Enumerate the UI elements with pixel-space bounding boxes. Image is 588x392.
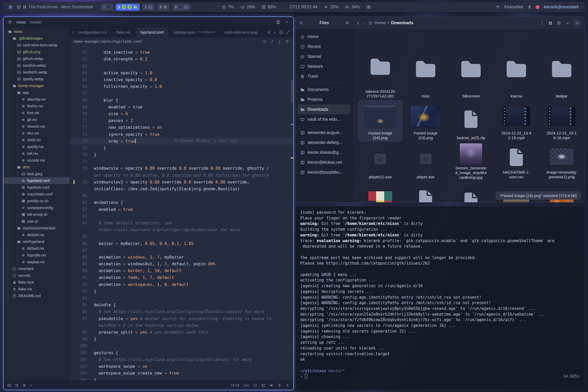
tree-item[interactable]: sunpaperconfig	[4, 204, 70, 211]
terminal-panel-icon[interactable]	[261, 383, 265, 387]
env-label[interactable]: env	[243, 383, 249, 387]
expand-icon[interactable]	[286, 30, 290, 34]
sidebar-item-kieran-purplebu-[interactable]: kieran@purplebu...	[298, 167, 351, 177]
menu-icon[interactable]	[8, 20, 12, 24]
sidebar-item-trash[interactable]: Trash	[298, 71, 351, 81]
file-item[interactable]: HACKATIME-1-user.csv	[494, 142, 539, 181]
search-icon[interactable]	[262, 40, 266, 44]
tree-item[interactable]: flake.lock	[4, 279, 70, 286]
tree-item[interactable]: nixos	[4, 28, 70, 35]
tree-item[interactable]: .github/images	[4, 35, 70, 42]
cursor-position[interactable]: 74:18	[230, 383, 239, 387]
tree-item[interactable]: waybar.nix	[4, 259, 70, 265]
file-item[interactable]: wrapped.png	[358, 181, 403, 203]
tree-item[interactable]: spotify.nix	[4, 143, 70, 150]
back-icon[interactable]: ‹	[357, 20, 359, 26]
tree-item[interactable]: github.webp	[4, 55, 70, 62]
file-item[interactable]: blobjar	[539, 43, 584, 100]
panel-toggle-icon[interactable]	[7, 383, 11, 387]
tree-item[interactable]: JSuser.js	[4, 218, 70, 225]
tree-item[interactable]: obs.nix	[4, 130, 70, 137]
file-item[interactable]: Pasted image(24).png	[358, 100, 403, 142]
mic-icon[interactable]	[278, 383, 281, 387]
assistant-icon[interactable]	[253, 383, 257, 387]
sidebar-item-downloads[interactable]: Downloads	[298, 105, 351, 114]
bluetooth-icon[interactable]	[527, 5, 531, 9]
workspace-3[interactable]: 3?	[142, 4, 155, 11]
file-item[interactable]: player.ase	[403, 142, 448, 181]
tab-configuration.nix[interactable]: configuration.nix	[78, 27, 112, 37]
tree-item[interactable]: foot.nix	[4, 109, 70, 116]
tree-item[interactable]: cool-retro-term.webp	[4, 42, 70, 48]
file-item[interactable]: Silkscreen	[448, 43, 494, 100]
file-item[interactable]: misc	[403, 43, 448, 100]
magic-wand-icon[interactable]	[270, 40, 274, 44]
tree-item[interactable]: shell.nix	[4, 137, 70, 143]
tree-item[interactable]: moonlark	[4, 265, 70, 272]
file-item[interactable]: takeout-20241207T155714Z-001	[358, 43, 403, 100]
hamburger-icon[interactable]	[345, 21, 349, 25]
tree-item[interactable]: hyprlock.conf	[4, 184, 70, 191]
tree-item[interactable]: README.md	[4, 292, 70, 299]
file-item[interactable]: 2024-12-22_13-42-15.mp4	[494, 100, 539, 142]
sidebar-item-network[interactable]: Network	[298, 62, 351, 71]
path-root[interactable]: Home	[375, 21, 386, 25]
code-editor[interactable]: 6061 dim_inactive = true62 dim_strength …	[70, 46, 293, 381]
editor-scrollbar[interactable]	[291, 80, 293, 103]
selection-icon[interactable]	[278, 40, 281, 44]
file-item[interactable]: ca.crt	[448, 181, 494, 203]
search-icon[interactable]	[299, 21, 303, 25]
tree-item[interactable]: secrets	[4, 272, 70, 279]
workspace-8[interactable]: 8	[157, 4, 170, 11]
diagnostics-check-icon[interactable]: ✓	[30, 383, 33, 387]
workspace-9[interactable]: 9?	[172, 4, 191, 11]
file-item[interactable]: Gemini_Generated_Image_4rqv8k4rqv8k4rqv.…	[448, 142, 494, 181]
tree-item[interactable]: hypridle.nix	[4, 252, 70, 259]
tree-item[interactable]: tofi.nix	[4, 150, 70, 157]
sidebar-item-recent[interactable]: Recent	[298, 42, 351, 52]
outline-icon[interactable]	[15, 383, 19, 387]
sidebar-item-home[interactable]: Home	[298, 32, 351, 42]
sidebar-item-kieran-klukas-g-[interactable]: kieran.klukas@g...	[298, 148, 351, 157]
tree-item[interactable]: prettify-ss.sh	[4, 198, 70, 204]
tree-item[interactable]: face.jpeg	[4, 170, 70, 177]
breadcrumb[interactable]: home-manager/dots/hyprland.conf	[74, 39, 142, 44]
path-bar[interactable]: Home / Downloads	[368, 21, 413, 25]
tree-item[interactable]: default.nix	[4, 231, 70, 238]
file-item[interactable]: favicon_io(3).zip	[448, 100, 494, 142]
tray-indicator-icon[interactable]	[536, 5, 540, 9]
avatar-icon[interactable]	[276, 20, 280, 24]
list-view-icon[interactable]	[557, 21, 561, 25]
tree-item[interactable]: alacritty.nix	[4, 96, 70, 103]
view-chevron-icon[interactable]	[565, 21, 570, 25]
project-name[interactable]: nixos	[16, 20, 26, 24]
close-icon[interactable]: ×	[574, 20, 581, 26]
pause-icon[interactable]	[23, 5, 26, 9]
prompt-line[interactable]: › 34.695s	[300, 374, 580, 379]
media-player[interactable]: The Final Arrow - Marc Streitenfeld	[17, 5, 93, 9]
tree-item[interactable]: firefox.nix	[4, 103, 70, 109]
tree-item[interactable]: neovim.nix	[4, 123, 70, 130]
file-item[interactable]: player(1).ase	[358, 142, 403, 181]
sidebar-item-kieran-klukas-net[interactable]: kieran@klukas.net	[298, 157, 351, 167]
grid-view-icon[interactable]	[548, 21, 553, 25]
tab-flake.nix[interactable]: flake.nix	[112, 27, 136, 37]
file-item[interactable]: Pasted image(23).png	[403, 100, 448, 142]
tree-item[interactable]: dots	[4, 164, 70, 170]
audio-icon[interactable]	[270, 383, 273, 387]
tree-item[interactable]: app	[4, 89, 70, 96]
network-name[interactable]: KlukasNet	[504, 5, 523, 9]
tab-hyprland.conf[interactable]: hyprland.conf	[136, 27, 169, 37]
sidebar-item-starred[interactable]: Starred	[298, 52, 351, 62]
tree-item[interactable]: nautilus.webp	[4, 62, 70, 69]
tree-item[interactable]: home-manager	[4, 82, 70, 89]
tab-settings.json[interactable]: settings.json~/.config/zed	[169, 27, 220, 37]
terminal-window[interactable]: [sudo] password for kierank:Place your f…	[295, 206, 585, 390]
chevron-down-icon[interactable]	[285, 20, 289, 24]
tree-item[interactable]: spotify.webp	[4, 76, 70, 82]
file-item[interactable]: Karma	[494, 43, 539, 100]
screenshot-icon[interactable]	[366, 5, 371, 9]
tree-item[interactable]: tofi-emoji.sh	[4, 211, 70, 218]
tab-cool-retro-term.png[interactable]: cool-retro-term.png	[220, 27, 263, 37]
forward-icon[interactable]: ›	[363, 20, 364, 26]
